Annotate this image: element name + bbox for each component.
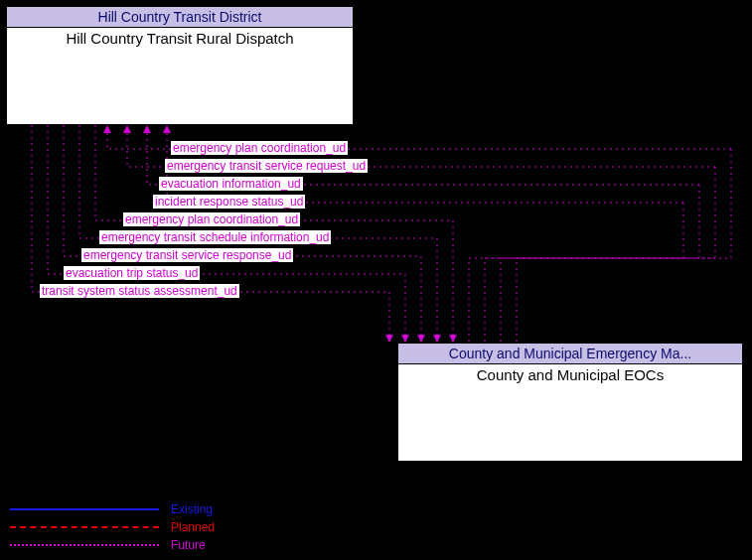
legend: Existing Planned Future: [10, 502, 215, 552]
diagram-canvas: Hill Country Transit District Hill Count…: [0, 0, 752, 560]
node-title: Hill Country Transit Rural Dispatch: [7, 28, 353, 49]
flow-label[interactable]: evacuation information_ud: [159, 177, 303, 191]
svg-marker-3: [163, 125, 171, 133]
svg-marker-2: [143, 125, 151, 133]
svg-marker-4: [449, 335, 457, 343]
svg-marker-6: [417, 335, 425, 343]
svg-marker-7: [401, 335, 409, 343]
legend-label-existing[interactable]: Existing: [171, 502, 215, 516]
node-hill-country-transit[interactable]: Hill Country Transit District Hill Count…: [6, 6, 354, 125]
flow-label[interactable]: emergency transit service response_ud: [81, 248, 293, 262]
flow-label[interactable]: emergency plan coordination_ud: [171, 141, 348, 155]
node-county-eoc[interactable]: County and Municipal Emergency Ma... Cou…: [397, 343, 743, 462]
legend-line-existing: [10, 508, 159, 510]
flow-label[interactable]: emergency plan coordination_ud: [123, 212, 300, 226]
flow-label[interactable]: incident response status_ud: [153, 195, 305, 209]
legend-label-future[interactable]: Future: [171, 538, 215, 552]
legend-line-planned: [10, 526, 159, 528]
node-header: Hill Country Transit District: [7, 7, 353, 28]
node-title: County and Municipal EOCs: [398, 364, 742, 385]
svg-marker-1: [123, 125, 131, 133]
node-header: County and Municipal Emergency Ma...: [398, 344, 742, 364]
legend-label-planned[interactable]: Planned: [171, 520, 215, 534]
svg-marker-8: [385, 335, 393, 343]
flow-label[interactable]: transit system status assessment_ud: [40, 284, 239, 298]
svg-marker-0: [103, 125, 111, 133]
flow-label[interactable]: evacuation trip status_ud: [64, 266, 200, 280]
flow-label[interactable]: emergency transit schedule information_u…: [99, 230, 331, 244]
legend-line-future: [10, 544, 159, 546]
flow-label[interactable]: emergency transit service request_ud: [165, 159, 368, 173]
svg-marker-5: [433, 335, 441, 343]
